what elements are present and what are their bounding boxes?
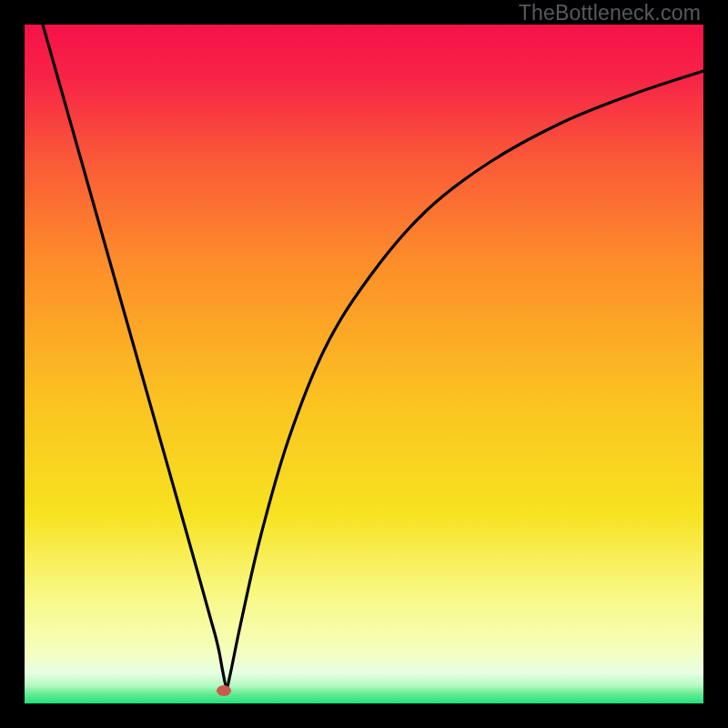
optimum-marker (217, 685, 231, 696)
chart-svg (25, 25, 703, 703)
bottleneck-curve (43, 25, 703, 687)
attribution-text: TheBottleneck.com (519, 1, 701, 25)
chart-area (25, 25, 703, 703)
